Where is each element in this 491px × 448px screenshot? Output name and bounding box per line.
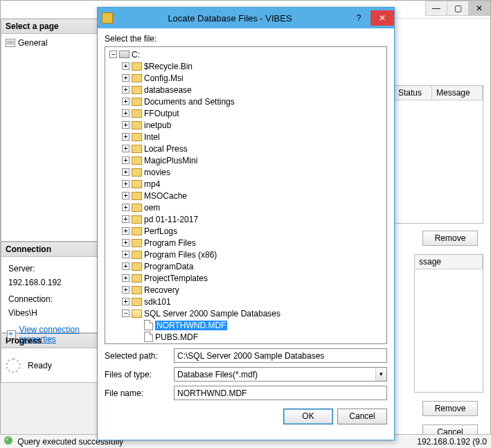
- collapse-icon[interactable]: −: [109, 51, 117, 58]
- tree-folder[interactable]: +Program Files (x86): [105, 249, 386, 260]
- col-message[interactable]: Message: [432, 86, 483, 100]
- expand-icon[interactable]: +: [122, 121, 130, 129]
- tree-label: ProjectTemplates: [144, 274, 208, 283]
- tree-folder[interactable]: +databasease: [105, 84, 386, 96]
- database-icon: [102, 12, 113, 24]
- dialog-help-button[interactable]: ?: [347, 10, 371, 26]
- close-button[interactable]: ✕: [468, 1, 490, 16]
- expand-icon[interactable]: +: [122, 286, 130, 294]
- tree-label: C:: [132, 50, 140, 60]
- tree-folder[interactable]: +pd 01-11-2017: [105, 213, 386, 225]
- expand-icon[interactable]: +: [122, 156, 130, 164]
- col-ssage[interactable]: ssage: [415, 255, 483, 269]
- tree-file[interactable]: PUBS.MDF: [105, 331, 386, 343]
- selected-path-field[interactable]: C:\SQL Server 2000 Sample Databases: [174, 348, 387, 363]
- folder-icon: [132, 192, 142, 200]
- expand-icon[interactable]: +: [122, 180, 130, 188]
- dialog-titlebar[interactable]: Locate Database Files - VIBES ? ✕: [98, 8, 394, 28]
- tree-folder[interactable]: +Config.Msi: [105, 72, 386, 84]
- select-file-label: Select the file:: [105, 34, 387, 44]
- expand-icon[interactable]: +: [122, 168, 130, 176]
- expand-icon[interactable]: +: [122, 74, 130, 82]
- maximize-button[interactable]: ▢: [447, 1, 469, 16]
- tree-folder[interactable]: +ProgramData: [105, 260, 386, 272]
- files-of-type-label: Files of type:: [105, 370, 174, 379]
- tree-folder[interactable]: +inetpub: [105, 119, 386, 131]
- expand-icon[interactable]: +: [122, 251, 130, 258]
- expand-icon[interactable]: +: [122, 239, 130, 247]
- expand-icon[interactable]: +: [122, 62, 130, 70]
- tree-label: FFOutput: [144, 109, 179, 118]
- tree-folder[interactable]: +SQLServer2016Media: [105, 343, 386, 344]
- cancel-button[interactable]: Cancel: [337, 409, 387, 424]
- folder-icon: [132, 298, 142, 306]
- tree-label: oem: [144, 203, 160, 213]
- expand-icon[interactable]: +: [122, 298, 130, 305]
- tree-label: PerfLogs: [144, 226, 177, 236]
- folder-icon: [132, 286, 142, 294]
- selected-path-label: Selected path:: [105, 351, 174, 361]
- tree-folder[interactable]: +Recovery: [105, 284, 386, 296]
- tree-label: NORTHWND.MDF: [155, 321, 227, 330]
- dialog-title: Locate Database Files - VIBES: [113, 13, 347, 24]
- tree-drive-c[interactable]: −C:: [105, 48, 386, 60]
- expand-icon[interactable]: +: [122, 86, 130, 93]
- file-name-value: NORTHWND.MDF: [177, 388, 247, 398]
- tree-folder[interactable]: +Intel: [105, 131, 386, 143]
- tree-folder[interactable]: +$Recycle.Bin: [105, 60, 386, 72]
- progress-state: Ready: [28, 361, 52, 370]
- expand-icon[interactable]: +: [122, 192, 130, 199]
- tree-folder[interactable]: +FFOutput: [105, 107, 386, 119]
- expand-icon[interactable]: +: [122, 98, 130, 105]
- file-icon: [144, 332, 153, 342]
- minimize-button[interactable]: —: [425, 1, 447, 16]
- tree-label: MagicPlusMini: [144, 156, 197, 165]
- tree-folder[interactable]: +ProjectTemplates: [105, 272, 386, 284]
- tree-folder[interactable]: +PerfLogs: [105, 225, 386, 237]
- expand-icon[interactable]: +: [122, 204, 130, 211]
- expand-icon[interactable]: +: [122, 145, 130, 152]
- results-grid-lower: ssage: [414, 254, 483, 393]
- folder-icon: [132, 215, 142, 224]
- tree-label: MSOCache: [144, 191, 187, 201]
- folder-icon: [132, 262, 142, 271]
- tree-label: mp4: [144, 179, 160, 189]
- folder-icon: [132, 145, 142, 153]
- remove-button-2[interactable]: Remove: [422, 401, 478, 416]
- tree-label: pd 01-11-2017: [144, 215, 198, 224]
- progress-spinner-icon: [6, 358, 21, 373]
- tree-folder[interactable]: +MagicPlusMini: [105, 154, 386, 166]
- expand-icon[interactable]: +: [122, 133, 130, 141]
- tree-label: ProgramData: [144, 262, 193, 271]
- files-of-type-combo[interactable]: Database Files(*.mdf) ▾: [174, 367, 387, 382]
- tree-folder[interactable]: +Documents and Settings: [105, 96, 386, 107]
- expand-icon[interactable]: +: [122, 215, 130, 223]
- tree-folder-expanded[interactable]: −SQL Server 2000 Sample Databases: [105, 307, 386, 319]
- expand-icon[interactable]: +: [122, 274, 130, 282]
- tree-folder[interactable]: +Program Files: [105, 237, 386, 249]
- expand-icon[interactable]: +: [122, 109, 130, 117]
- expand-icon[interactable]: +: [122, 262, 130, 270]
- tree-folder[interactable]: +sdk101: [105, 296, 386, 307]
- tree-folder[interactable]: +MSOCache: [105, 190, 386, 201]
- file-icon: [144, 320, 153, 330]
- tree-folder[interactable]: +oem: [105, 201, 386, 213]
- remove-button-1[interactable]: Remove: [422, 231, 478, 246]
- tree-folder[interactable]: +Local Press: [105, 143, 386, 154]
- tree-label: inetpub: [144, 120, 171, 130]
- files-of-type-value: Database Files(*.mdf): [177, 370, 258, 379]
- dialog-close-button[interactable]: ✕: [371, 10, 394, 26]
- col-status[interactable]: Status: [394, 86, 432, 100]
- tree-folder[interactable]: +mp4: [105, 178, 386, 190]
- ok-button[interactable]: OK: [283, 409, 333, 424]
- folder-icon: [132, 121, 142, 129]
- tree-label: Recovery: [144, 285, 179, 295]
- collapse-icon[interactable]: −: [122, 310, 130, 317]
- file-tree[interactable]: −C:+$Recycle.Bin+Config.Msi+databasease+…: [105, 46, 387, 344]
- tree-file[interactable]: NORTHWND.MDF: [105, 319, 386, 331]
- tree-label: movies: [144, 168, 170, 177]
- expand-icon[interactable]: +: [122, 227, 130, 235]
- tree-label: Documents and Settings: [144, 97, 235, 107]
- tree-folder[interactable]: +movies: [105, 166, 386, 178]
- file-name-field[interactable]: NORTHWND.MDF: [174, 386, 387, 400]
